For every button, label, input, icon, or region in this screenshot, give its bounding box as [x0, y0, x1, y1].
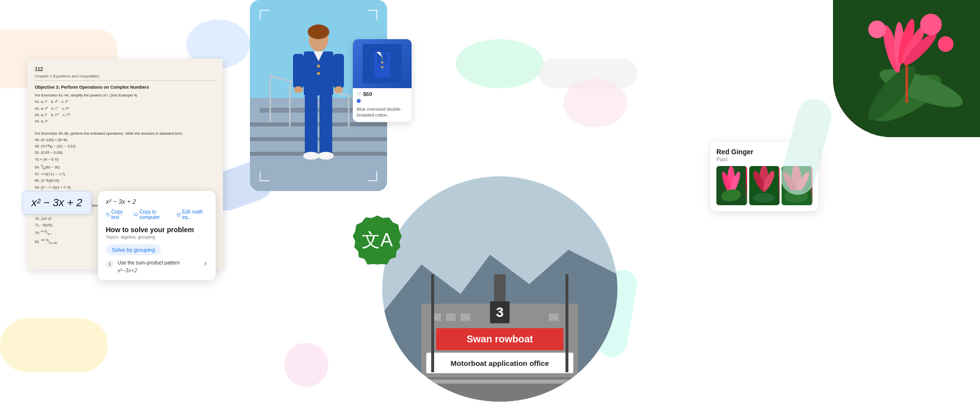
- svg-rect-45: [374, 52, 390, 77]
- product-name: Blue oversized double-breasted cotton: [353, 107, 412, 122]
- svg-text:Swan rowboat: Swan rowboat: [466, 334, 533, 344]
- page-number: 112: [35, 67, 215, 72]
- step-expand-icon[interactable]: ∧: [203, 260, 208, 267]
- svg-point-79: [753, 193, 775, 203]
- boat-circle-photo: 3 Swan rowboat Motorboat application off…: [382, 176, 617, 402]
- svg-point-10: [868, 21, 886, 38]
- solve-topics: Topics: algebra, grouping: [106, 235, 208, 240]
- solve-title: How to solve your problem: [106, 226, 208, 234]
- decorative-blob-pink: [284, 343, 328, 387]
- svg-rect-59: [494, 274, 506, 301]
- chapter-title: Chapter 1 Equations and Inequalities: [35, 74, 215, 81]
- translate-badge: 文A: [353, 216, 402, 264]
- math-solve-panel: x² − 3x + 2 Copy text Copy to computer E…: [98, 191, 216, 280]
- focus-corner-tl: [260, 10, 270, 20]
- plant-image-1: [716, 166, 747, 205]
- formula-badge: x² − 3x + 2: [22, 191, 92, 215]
- fashion-section: ♡ $60 Blue oversized double-breasted cot…: [250, 0, 397, 196]
- svg-text:3: 3: [496, 305, 504, 320]
- solve-formula: x² − 3x + 2: [106, 198, 208, 205]
- translate-icon: 文A: [362, 228, 392, 253]
- decorative-blob-yellow-bl: [0, 318, 108, 372]
- focus-corner-bl: [260, 171, 270, 181]
- svg-rect-56: [446, 313, 456, 321]
- svg-point-48: [381, 66, 384, 69]
- copy-text-action[interactable]: Copy text: [106, 209, 128, 220]
- step-number: 1: [106, 260, 114, 268]
- svg-rect-9: [906, 64, 908, 103]
- svg-rect-66: [431, 274, 434, 372]
- product-card: ♡ $60 Blue oversized double-breasted cot…: [353, 39, 412, 122]
- svg-point-47: [381, 61, 384, 64]
- product-color-swatch: [357, 99, 361, 103]
- edit-math-action[interactable]: Edit math eq...: [177, 209, 208, 220]
- decorative-blob-pink-right: [564, 78, 627, 127]
- plant-image-2: [749, 166, 780, 205]
- step-label: Use the sum-product pattern: [118, 260, 199, 265]
- solve-by-grouping-button[interactable]: Solve by grouping: [106, 244, 161, 255]
- svg-rect-13: [107, 214, 109, 216]
- focus-corner-tr: [368, 10, 377, 20]
- svg-point-11: [920, 14, 942, 35]
- product-price: ♡ $60: [353, 88, 412, 98]
- svg-text:Motorboat application office: Motorboat application office: [451, 359, 549, 367]
- svg-rect-67: [565, 274, 568, 372]
- flower-photo: [833, 0, 980, 137]
- svg-point-12: [938, 36, 954, 52]
- decorative-blob-green: [456, 39, 544, 88]
- solve-actions: Copy text Copy to computer Edit math eq.…: [106, 209, 208, 220]
- solve-step-1: 1 Use the sum-product pattern x²−3x+2 ∧: [106, 260, 208, 273]
- step-formula: x²−3x+2: [118, 267, 199, 273]
- translate-section: 3 Swan rowboat Motorboat application off…: [353, 176, 617, 402]
- copy-computer-action[interactable]: Copy to computer: [134, 209, 171, 220]
- svg-rect-58: [549, 313, 559, 321]
- objective-text: Objective 3: Perform Operations on Compl…: [35, 85, 215, 90]
- product-card-image: [353, 39, 412, 88]
- wishlist-icon[interactable]: ♡: [357, 92, 361, 97]
- svg-rect-57: [461, 313, 470, 321]
- svg-rect-69: [421, 380, 578, 384]
- svg-rect-14: [134, 213, 138, 216]
